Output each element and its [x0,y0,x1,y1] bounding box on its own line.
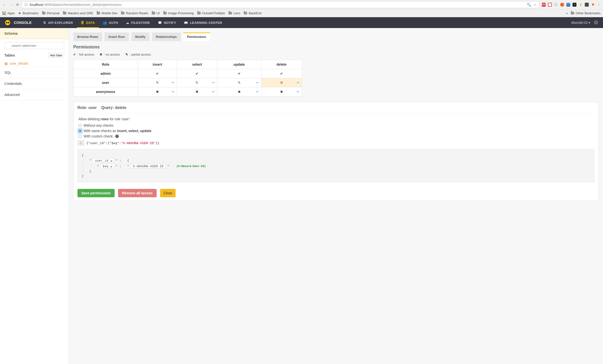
ext-icon-grey[interactable] [554,3,558,7]
perm-cell[interactable]: ✖✏ [217,87,261,96]
brand[interactable]: CONSOLE [4,19,32,26]
code-suffix: }} [156,141,160,145]
apps-button[interactable]: Apps [2,11,15,15]
add-table-button[interactable]: Add Table [48,53,64,58]
opt-pre: With same checks as [84,129,117,133]
json-builder: { " user_id ▲▼ " : { " $eq ▲▼ " : " X-HA… [77,149,594,182]
tab-learning[interactable]: 📖LEARNING CENTER [180,17,226,28]
x-icon: ✖ [280,81,283,85]
ext-icon-pick[interactable] [566,3,570,7]
perm-cell[interactable]: ✖✏ [177,87,217,96]
op-select[interactable]: $eq ▲▼ [100,164,114,168]
help-icon[interactable]: ? [115,135,119,138]
pencil-icon[interactable]: ✏ [172,90,174,93]
perm-cell[interactable]: ✖✏ [138,87,177,96]
search-input[interactable] [4,42,64,49]
subtab-relationships[interactable]: Relationships [152,32,181,41]
subtab-insert[interactable]: Insert Row [105,32,129,41]
bookmarks-folder[interactable]: OutsideTheByte [197,11,225,15]
tab-label: DATA [86,21,95,25]
zoom-icon[interactable]: 🔍 [527,3,531,7]
tab-auth[interactable]: 👥AUTH [99,17,122,28]
option-custom-check[interactable]: With custom check: ? [78,134,593,138]
legend-partial: : partial access [130,53,151,56]
react-devtools-icon[interactable]: ⚛ [573,3,576,7]
tab-label: API EXPLORER [48,21,73,25]
pencil-icon[interactable]: ✏ [256,90,259,93]
check-icon: ✔ [156,72,159,76]
line-number: 1 [77,140,84,146]
user-menu[interactable]: disorder10 ▾ [571,21,590,25]
legend-full: : full access [77,53,94,56]
sidebar-link-advanced[interactable]: Advanced [0,89,69,100]
remove-access-button[interactable]: Remove all access [118,189,157,197]
subtab-browse[interactable]: Browse Rows [73,32,102,41]
apps-icon [2,12,6,15]
tab-notify[interactable]: 💬NOTIFY [154,17,180,28]
perm-cell[interactable]: ✎✏ [138,78,177,87]
menu-icon[interactable]: ⋮ [597,3,601,7]
star-icon[interactable]: ☆ [533,3,537,7]
save-permissions-button[interactable]: Save permissions [77,189,115,197]
option-same-checks[interactable]: With same checks as insert, select, upda… [78,129,593,133]
gear-icon[interactable]: ⚙ [594,19,599,26]
ext-icon-orange[interactable] [560,3,564,7]
col-delete: delete [261,60,302,69]
pencil-icon[interactable]: ✏ [172,81,174,84]
pencil-icon[interactable]: ✏ [212,81,215,84]
folder-icon [152,12,155,15]
forward-icon: → [9,3,13,7]
reload-icon[interactable]: ⟳ [16,3,19,7]
ext-icon-dark[interactable]: ⋯ [585,3,589,7]
abp-icon[interactable]: ABP [542,3,546,7]
radio-custom-check[interactable] [78,135,82,138]
perm-cell-active[interactable]: ✖✏ [261,78,302,87]
builder-op-row[interactable]: " $eq ▲▼ " : " X-HASURA-USER-ID " [X-Has… [97,164,590,168]
bookmarks-folder[interactable]: Mobile Dev [97,11,118,15]
bookmarks-folder[interactable]: BackEnd [244,11,261,15]
bookmarks-folder[interactable]: ★Bookmarks [18,11,39,15]
folder-icon [163,12,167,15]
close-button[interactable]: Close [160,189,176,197]
field-select[interactable]: user_id ▲▼ [93,158,114,163]
sidebar-link-sql[interactable]: SQL [0,67,69,78]
bookmarks-folder[interactable]: Masters and GRE [63,11,93,15]
code-body[interactable]: {"user_id":{"$eq":"X-HASURA-USER-ID"}} [84,140,161,146]
query-label: Query: [101,106,115,110]
radio-same-checks[interactable] [78,129,82,133]
subtab-modify[interactable]: Modify [131,32,150,41]
perm-cell[interactable]: ✖✏ [261,87,302,96]
option-no-checks[interactable]: Without any checks [78,123,593,127]
perm-cell[interactable]: ✎✏ [217,78,261,87]
ext-icon-bulb[interactable]: 💡 [579,3,583,7]
pencil-icon[interactable]: ✏ [212,90,215,93]
ublock-icon[interactable] [548,3,552,7]
star-icon: ★ [18,11,21,15]
bookmarks-folder[interactable]: Levo [228,11,240,15]
info-icon[interactable]: ⓘ [24,2,28,7]
other-bookmarks[interactable]: Other Bookmarks [571,11,601,15]
perm-cell[interactable]: ✎✏ [177,78,217,87]
value-input[interactable]: X-HASURA-USER-ID [131,164,166,168]
bookmarks-folder[interactable]: Image Processing [163,11,194,15]
sidebar-link-credentials[interactable]: Credentials [0,78,69,89]
ext-icon-fox[interactable]: 🦊 [591,3,595,7]
bookmarks-folder[interactable]: UI [152,11,160,15]
table-item-user-details[interactable]: ▦ user_details [0,60,69,67]
tab-data[interactable]: 🗄DATA [77,17,99,28]
pencil-icon[interactable]: ✏ [256,81,259,84]
role-cell: admin [74,69,138,78]
bookmarks-folder[interactable]: Personal [42,11,60,15]
radio-no-checks[interactable] [78,124,82,127]
bookmarks-folder[interactable]: Random Reads [121,11,148,15]
back-icon[interactable]: ← [2,3,6,7]
tab-filestore[interactable]: ☁FILESTORE [122,17,154,28]
tab-api-explorer[interactable]: ⚗API EXPLORER [39,17,77,28]
subtab-permissions[interactable]: Permissions [183,32,210,41]
code-editor[interactable]: 1 {"user_id":{"$eq":"X-HASURA-USER-ID"}} [77,140,594,146]
pencil-icon[interactable]: ✏ [297,90,299,93]
overflow-icon[interactable]: » [566,11,568,15]
builder-field-row[interactable]: " user_id ▲▼ " : { [89,158,590,163]
pencil-icon[interactable]: ✏ [297,81,299,84]
url-bar[interactable]: ⓘ localhost:9695/data/schema/tables/user… [22,1,539,8]
